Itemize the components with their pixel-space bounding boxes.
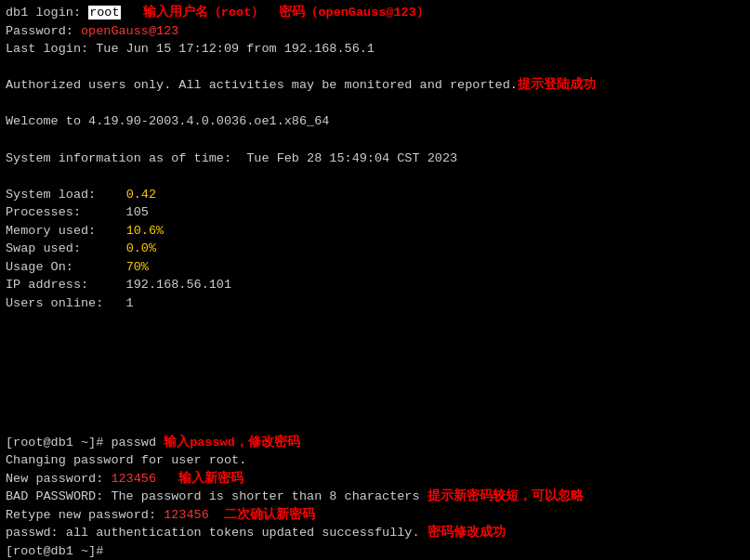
usage-line: Usage On: 70% — [6, 258, 744, 277]
blank3 — [6, 131, 744, 150]
login-line: db1 login: root 输入用户名（root） 密码（openGauss… — [6, 4, 744, 22]
final-prompt-line: [root@db1 ~]# — [6, 542, 744, 560]
welcome-line: Welcome to 4.19.90-2003.4.0.0036.oe1.x86… — [6, 112, 744, 131]
new-password-line: New password: 123456 输入新密码 — [6, 470, 744, 488]
passwd-cmd-line: [root@db1 ~]# passwd 输入passwd，修改密码 — [6, 434, 744, 452]
empty-terminal-space — [6, 313, 744, 434]
processes-line: Processes: 105 — [6, 203, 744, 222]
password-line: Password: openGauss@123 — [6, 22, 744, 41]
last-login-line: Last login: Tue Jun 15 17:12:09 from 192… — [6, 40, 744, 59]
users-line: Users online: 1 — [6, 294, 744, 313]
retype-line: Retype new password: 123456 二次确认新密码 — [6, 506, 744, 525]
terminal-window: db1 login: root 输入用户名（root） 密码（openGauss… — [0, 0, 750, 560]
swap-line: Swap used: 0.0% — [6, 240, 744, 258]
blank4 — [6, 167, 744, 186]
changing-line: Changing password for user root. — [6, 451, 744, 470]
blank2 — [6, 95, 744, 113]
passwd-success-line: passwd: all authentication tokens update… — [6, 524, 744, 542]
ip-line: IP address: 192.168.56.101 — [6, 276, 744, 294]
bad-password-line: BAD PASSWORD: The password is shorter th… — [6, 488, 744, 506]
authorized-line: Authorized users only. All activities ma… — [6, 76, 744, 95]
memory-line: Memory used: 10.6% — [6, 222, 744, 241]
sysinfo-line: System information as of time: Tue Feb 2… — [6, 150, 744, 168]
sysload-line: System load: 0.42 — [6, 186, 744, 204]
blank1 — [6, 59, 744, 77]
